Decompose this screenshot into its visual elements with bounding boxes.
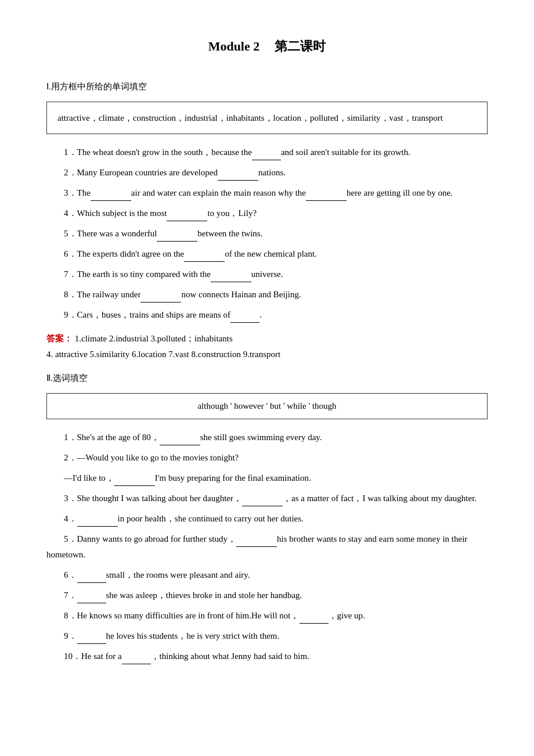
section1-header: Ⅰ.用方框中所给的单词填空 xyxy=(46,79,488,95)
section2-header: Ⅱ.选词填空 xyxy=(46,370,488,386)
list-item: 9．Cars，buses，trains and ships are means … xyxy=(46,307,488,323)
list-item: 2．—Would you like to go to the movies to… xyxy=(46,450,488,466)
list-item: 2．Many European countries are developedn… xyxy=(46,165,488,181)
section2-items: 1．She's at the age of 80，she still goes … xyxy=(46,430,488,664)
list-item: 10．He sat for a，thinking about what Jenn… xyxy=(46,649,488,664)
list-item: 3．She thought I was talking about her da… xyxy=(46,491,488,506)
list-item: 4．in poor health，she continued to carry … xyxy=(46,511,488,527)
answer-section: 答案： 1.climate 2.industrial 3.polluted；in… xyxy=(46,331,488,362)
list-item: 1．She's at the age of 80，she still goes … xyxy=(46,430,488,445)
list-item: 7．she was asleep，thieves broke in and st… xyxy=(46,588,488,603)
section1-items: 1．The wheat doesn't grow in the south，be… xyxy=(46,145,488,323)
list-item: 7．The earth is so tiny compared with the… xyxy=(46,267,488,282)
list-item: —I'd like to，I'm busy preparing for the … xyxy=(46,470,488,486)
list-item: 9．he loves his students，he is very stric… xyxy=(46,628,488,644)
list-item: 8．The railway undernow connects Hainan a… xyxy=(46,287,488,303)
list-item: 6．small，the rooms were pleasant and airy… xyxy=(46,567,488,583)
list-item: 5．Danny wants to go abroad for further s… xyxy=(46,531,488,563)
word-box: attractive，climate，construction，industri… xyxy=(46,102,488,134)
list-item: 5．There was a wonderfulbetween the twins… xyxy=(46,226,488,242)
list-item: 6．The experts didn't agree on theof the … xyxy=(46,246,488,262)
list-item: 1．The wheat doesn't grow in the south，be… xyxy=(46,145,488,160)
list-item: 3．Theair and water can explain the main … xyxy=(46,185,488,201)
list-item: 8．He knows so many difficulties are in f… xyxy=(46,608,488,624)
word-box2: although ' however ' but ' while ' thoug… xyxy=(46,393,488,419)
list-item: 4．Which subject is the mostto you，Lily? xyxy=(46,206,488,221)
page-title: Module 2 第二课时 xyxy=(46,35,488,58)
